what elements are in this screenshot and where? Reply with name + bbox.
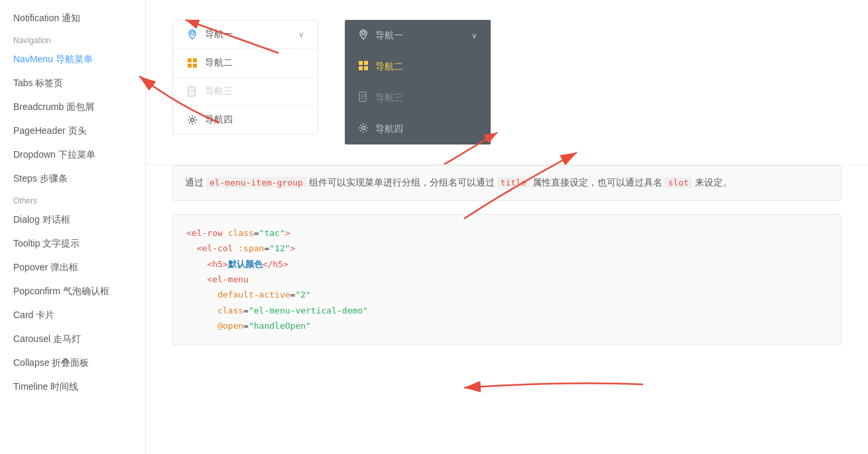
nav-item-dark-3: 导航三 [345,82,491,113]
svg-rect-15 [359,61,363,65]
sidebar-item-dialog[interactable]: Dialog 对话框 [0,208,145,232]
svg-point-9 [191,119,194,122]
svg-rect-17 [359,66,363,70]
svg-rect-2 [193,58,197,62]
sidebar-item-collapse[interactable]: Collapse 折叠面板 [0,351,145,375]
location-icon [186,28,198,40]
nav-item-dark-4[interactable]: 导航四 [345,113,491,144]
code-line-5: default-active="2" [186,287,828,302]
nav-item-light-1-label: 导航一 [205,28,233,40]
nav-menu-dark: 导航一 ∨ 导航二 [345,20,491,144]
svg-point-0 [191,32,194,35]
info-code-1: el-menu-item-group [206,177,306,188]
sidebar-item-tabs[interactable]: Tabs 标签页 [0,72,145,95]
code-line-1: <el-row class="tac"> [186,225,828,241]
sidebar-item-popover[interactable]: Popover 弹出框 [0,256,145,280]
info-code-3: slot [664,177,692,188]
grid-icon [186,57,198,69]
sidebar: Notification 通知 Navigation NavMenu 导航菜单 … [0,0,146,454]
nav-item-dark-3-label: 导航三 [375,92,403,104]
sidebar-item-card[interactable]: Card 卡片 [0,304,145,327]
sidebar-item-dropdown[interactable]: Dropdown 下拉菜单 [0,143,145,167]
gear-icon-dark [358,123,369,135]
doc-icon-dark [358,91,369,104]
info-text-after: 来设定。 [695,177,732,188]
code-line-2: <el-col :span="12"> [186,241,828,256]
sidebar-section-others: Others [0,191,145,208]
svg-rect-3 [188,64,192,68]
sidebar-item-popconfirm[interactable]: Popconfirm 气泡确认框 [0,280,145,304]
sidebar-item-steps[interactable]: Steps 步骤条 [0,167,145,191]
sidebar-item-timeline[interactable]: Timeline 时间线 [0,375,145,399]
nav-item-dark-2[interactable]: 导航二 [345,51,491,82]
svg-rect-1 [188,58,192,62]
svg-rect-16 [364,61,368,65]
sidebar-item-breadcrumb[interactable]: Breadcrumb 面包屑 [0,95,145,119]
code-block: <el-row class="tac"> <el-col :span="12">… [172,214,841,345]
chevron-dark-icon: ∨ [471,31,477,40]
gear-icon-light [186,114,198,126]
nav-item-light-2[interactable]: 导航二 [173,49,318,78]
svg-rect-18 [364,66,368,70]
svg-rect-4 [193,64,197,68]
nav-item-light-3: 导航三 [173,78,318,106]
nav-item-dark-1[interactable]: 导航一 ∨ [345,20,491,51]
code-line-4: <el-menu [186,272,828,287]
sidebar-item-notification[interactable]: Notification 通知 [0,7,145,30]
nav-item-dark-2-label: 导航二 [375,61,403,73]
nav-item-light-4-label: 导航四 [205,114,233,126]
chevron-down-icon: ∨ [298,30,304,39]
svg-point-23 [362,127,365,130]
main-content: 导航一 ∨ 导航二 [146,0,868,454]
nav-item-light-4[interactable]: 导航四 [173,106,318,134]
demo-area: 导航一 ∨ 导航二 [146,0,868,165]
doc-icon [186,85,198,97]
location-icon-dark [358,29,369,42]
info-text-middle1: 组件可以实现菜单进行分组，分组名可以通过 [309,177,495,188]
svg-point-14 [362,32,365,35]
info-code-2: title [497,177,530,188]
sidebar-item-navmenu[interactable]: NavMenu 导航菜单 [0,48,145,72]
sidebar-section-navigation: Navigation [0,30,145,48]
info-text-before: 通过 [185,177,204,188]
code-line-6: class="el-menu-vertical-demo" [186,303,828,318]
code-line-3: <h5>默认颜色</h5> [186,256,828,272]
nav-item-light-2-label: 导航二 [205,57,233,69]
nav-item-light-3-label: 导航三 [205,85,233,97]
nav-menu-light: 导航一 ∨ 导航二 [172,20,318,135]
code-line-7: @open="handleOpen" [186,318,828,333]
nav-item-light-1[interactable]: 导航一 ∨ [173,21,318,49]
sidebar-item-pageheader[interactable]: PageHeader 页头 [0,119,145,143]
grid-icon-dark [358,60,369,73]
info-text-middle2: 属性直接设定，也可以通过具名 [532,177,662,188]
sidebar-item-tooltip[interactable]: Tooltip 文字提示 [0,232,145,256]
info-box: 通过 el-menu-item-group 组件可以实现菜单进行分组，分组名可以… [172,165,841,201]
sidebar-item-carousel[interactable]: Carousel 走马灯 [0,327,145,351]
nav-item-dark-4-label: 导航四 [375,123,403,135]
nav-item-dark-1-label: 导航一 [375,30,403,42]
